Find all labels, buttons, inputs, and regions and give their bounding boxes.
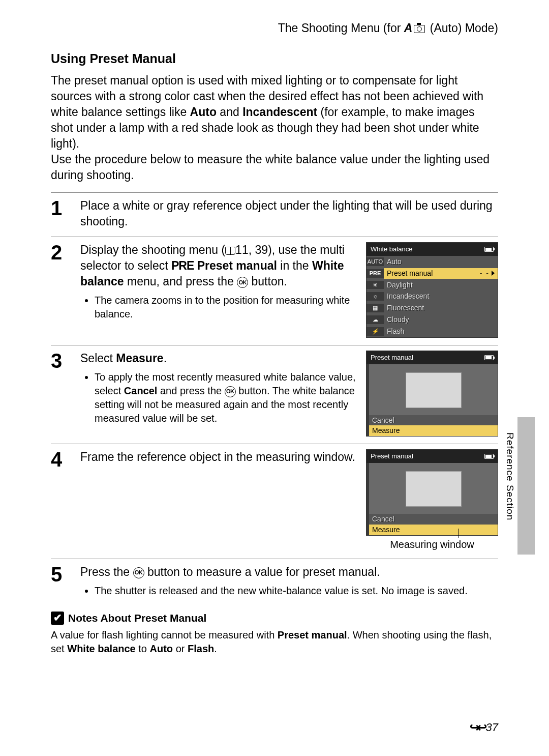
step-text: Frame the reference object in the measur… <box>80 449 356 465</box>
wb-item-incandescent: Incandescent <box>367 290 498 302</box>
measure-area <box>367 364 498 415</box>
header-text-pre: The Shooting Menu (for <box>278 21 404 35</box>
check-icon: ✔ <box>51 612 64 625</box>
side-label: Reference Section <box>503 432 516 520</box>
page-number: ↪↩ 37 <box>470 719 498 736</box>
cloud-icon <box>367 315 384 324</box>
measure-option: Measure <box>367 425 498 436</box>
wb-item-daylight: Daylight <box>367 279 498 291</box>
wb-item-flash: Flash <box>367 326 498 337</box>
flash-icon <box>367 327 384 336</box>
step-2: 2 Display the shooting menu (11, 39), us… <box>51 237 498 345</box>
step-text: Display the shooting menu (11, 39), use … <box>80 242 356 322</box>
intro-p2: Use the procedure below to measure the w… <box>51 152 498 183</box>
header-text-post: (Auto) Mode) <box>426 21 498 35</box>
step-5: 5 Press the OK button to measure a value… <box>51 559 498 606</box>
screen-header: White balance <box>367 243 498 256</box>
step-number: 1 <box>51 198 71 229</box>
step-bullets: The shutter is released and the new whit… <box>80 584 498 598</box>
measuring-window-caption: Measuring window <box>390 538 474 551</box>
camera-icon <box>414 25 425 33</box>
notes-title: ✔ Notes About Preset Manual <box>51 611 498 625</box>
pre-label: PRE <box>171 259 194 272</box>
cancel-option: Cancel <box>367 514 498 525</box>
step-number: 2 <box>51 242 71 338</box>
step-bullets: To apply the most recently measured whit… <box>80 370 356 425</box>
ok-button-icon: OK <box>237 277 248 288</box>
step-number: 5 <box>51 564 71 599</box>
step-number: 3 <box>51 351 71 437</box>
side-tab <box>517 417 535 555</box>
wb-item-auto: AUTO Auto <box>367 256 498 268</box>
mode-letter: A <box>404 21 413 35</box>
step-text: Press the OK button to measure a value f… <box>80 564 498 598</box>
auto-icon: AUTO <box>367 257 384 266</box>
sun-icon <box>367 281 384 289</box>
pre-icon: PRE <box>367 269 384 278</box>
intro-p1: The preset manual option is used with mi… <box>51 73 498 152</box>
ok-button-icon: OK <box>225 386 236 397</box>
step-3: 3 Select Measure. To apply the most rece… <box>51 345 498 444</box>
wb-item-preset-manual: PRE Preset manual - - <box>367 268 498 279</box>
bullet-item: The shutter is released and the new whit… <box>95 584 498 598</box>
intro-block: The preset manual option is used with mi… <box>51 73 498 183</box>
fluorescent-icon <box>367 304 384 312</box>
battery-icon <box>484 247 494 252</box>
notes-body: A value for flash lighting cannot be mea… <box>51 628 498 656</box>
steps-list: 1 Place a white or gray reference object… <box>51 192 498 606</box>
screen-title: Preset manual <box>371 452 413 461</box>
measure-box <box>406 372 462 408</box>
measure-box <box>406 471 462 507</box>
screen-header: Preset manual <box>367 351 498 364</box>
value-indicator: - - <box>480 269 490 278</box>
step-4: 4 Frame the reference object in the meas… <box>51 444 498 559</box>
notes-block: ✔ Notes About Preset Manual A value for … <box>51 611 498 656</box>
screen-title: Preset manual <box>371 353 413 362</box>
section-title: Using Preset Manual <box>51 50 498 68</box>
step-1: 1 Place a white or gray reference object… <box>51 193 498 237</box>
wb-menu-screenshot: White balance AUTO Auto PRE Preset manua… <box>366 242 498 338</box>
chevron-right-icon <box>492 271 495 276</box>
step-text: Place a white or gray reference object u… <box>80 198 498 229</box>
bullet-item: To apply the most recently measured whit… <box>95 370 356 425</box>
step-number: 4 <box>51 449 71 551</box>
wb-item-fluorescent: Fluorescent <box>367 302 498 314</box>
step-text: Select Measure. To apply the most recent… <box>80 351 356 426</box>
battery-icon <box>484 454 494 459</box>
wb-item-cloudy: Cloudy <box>367 314 498 326</box>
step-bullets: The camera zooms in to the position for … <box>80 294 356 321</box>
page-header: The Shooting Menu (for A (Auto) Mode) <box>51 20 498 36</box>
bullet-item: The camera zooms in to the position for … <box>95 294 356 321</box>
reference-link-icon: ↪↩ <box>470 719 484 736</box>
measure-area <box>367 463 498 514</box>
preset-manual-screenshot: Preset manual Cancel Measure <box>366 351 498 437</box>
bulb-icon <box>367 292 384 301</box>
ok-button-icon: OK <box>133 567 144 578</box>
measure-option: Measure <box>367 525 498 535</box>
screen-title: White balance <box>371 245 412 254</box>
cancel-option: Cancel <box>367 415 498 426</box>
manual-ref-icon <box>225 247 235 255</box>
battery-icon <box>484 355 494 360</box>
screen-header: Preset manual <box>367 450 498 463</box>
preset-manual-framing-screenshot: Preset manual Cancel Measure <box>366 449 498 535</box>
